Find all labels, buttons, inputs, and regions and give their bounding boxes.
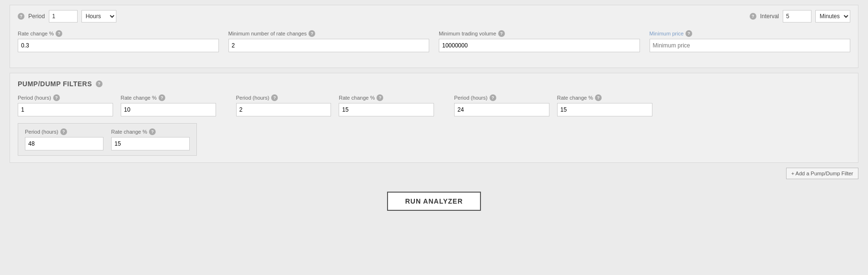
interval-unit-select[interactable]: Minutes Hours Days (815, 10, 850, 23)
min-trading-volume-input[interactable] (439, 39, 640, 52)
period-unit-select[interactable]: Hours Minutes Days (81, 10, 116, 23)
pump-period-3-input[interactable] (454, 103, 549, 116)
min-trading-volume-label-group: Minimum trading volume ? (439, 30, 640, 37)
min-price-help-icon[interactable]: ? (685, 30, 692, 37)
min-trading-volume-group: Minimum trading volume ? (439, 30, 640, 52)
pump-rate-extra-help-icon[interactable]: ? (149, 128, 156, 135)
pump-period-1-label: Period (hours) (18, 95, 51, 101)
top-row: ? Period Hours Minutes Days ? Interval M… (18, 10, 850, 23)
pump-rate-3-label-group: Rate change % ? (557, 94, 652, 101)
pump-rate-1-input[interactable] (121, 103, 216, 116)
period-help-icon[interactable]: ? (18, 13, 24, 20)
pump-row-1: Period (hours) ? Rate change % ? Period … (18, 94, 850, 116)
pump-period-extra-help-icon[interactable]: ? (60, 128, 67, 135)
period-input[interactable] (49, 10, 78, 23)
min-trading-volume-help-icon[interactable]: ? (498, 30, 505, 37)
pump-rate-extra-input[interactable] (111, 137, 190, 150)
rate-change-label: Rate change % (18, 31, 54, 36)
bottom-controls: + Add a Pump/Dump Filter (10, 168, 858, 184)
min-price-label: Minimum price (650, 31, 684, 36)
pump-dump-title-group: PUMP/DUMP FILTERS ? (18, 80, 850, 88)
pump-period-extra-label: Period (hours) (25, 129, 58, 135)
min-rate-changes-label: Minimum number of rate changes (228, 31, 307, 36)
interval-group: ? Interval Minutes Hours Days (750, 10, 850, 23)
pump-period-3-label-group: Period (hours) ? (454, 94, 549, 101)
pump-period-3-group: Period (hours) ? (454, 94, 549, 116)
min-price-input[interactable] (650, 39, 851, 52)
pump-period-2-label-group: Period (hours) ? (236, 94, 331, 101)
rate-change-help-icon[interactable]: ? (56, 30, 62, 37)
min-rate-changes-input[interactable] (228, 39, 430, 52)
pump-rate-2-help-icon[interactable]: ? (377, 94, 383, 101)
interval-input[interactable] (783, 10, 811, 23)
min-trading-volume-label: Minimum trading volume (439, 31, 496, 36)
pump-rate-2-label: Rate change % (339, 95, 375, 101)
pump-dump-help-icon[interactable]: ? (96, 80, 103, 87)
add-pump-dump-filter-button[interactable]: + Add a Pump/Dump Filter (786, 168, 858, 179)
pump-period-extra-group: Period (hours) ? (25, 128, 103, 150)
pump-dump-title: PUMP/DUMP FILTERS (18, 80, 92, 88)
pump-rate-1-label-group: Rate change % ? (121, 94, 216, 101)
pump-rate-2-input[interactable] (339, 103, 434, 116)
period-group: ? Period Hours Minutes Days (18, 10, 116, 23)
pump-rate-1-help-icon[interactable]: ? (159, 94, 165, 101)
pump-extra-section: Period (hours) ? Rate change % ? (18, 123, 197, 156)
pump-period-1-label-group: Period (hours) ? (18, 94, 113, 101)
rate-change-label-group: Rate change % ? (18, 30, 219, 37)
pump-rate-extra-label: Rate change % (111, 129, 147, 135)
pump-period-1-group: Period (hours) ? (18, 94, 113, 116)
pump-period-2-group: Period (hours) ? (236, 94, 331, 116)
pump-period-3-label: Period (hours) (454, 95, 488, 101)
pump-period-1-input[interactable] (18, 103, 113, 116)
pump-period-extra-input[interactable] (25, 137, 103, 150)
min-rate-changes-help-icon[interactable]: ? (308, 30, 315, 37)
pump-period-2-input[interactable] (236, 103, 331, 116)
bottom-section: RUN ANALYZER (10, 184, 858, 211)
filters-row: Rate change % ? Minimum number of rate c… (18, 30, 850, 52)
pump-rate-extra-label-group: Rate change % ? (111, 128, 190, 135)
pump-period-extra-label-group: Period (hours) ? (25, 128, 103, 135)
pump-rate-2-group: Rate change % ? (339, 94, 434, 116)
period-label: Period (28, 13, 45, 20)
pump-rate-extra-group: Rate change % ? (111, 128, 190, 150)
pump-rate-3-group: Rate change % ? (557, 94, 652, 116)
min-price-label-group: Minimum price ? (650, 30, 851, 37)
pump-period-1-help-icon[interactable]: ? (53, 94, 60, 101)
pump-period-2-help-icon[interactable]: ? (271, 94, 278, 101)
interval-label: Interval (760, 13, 779, 20)
rate-change-input[interactable] (18, 39, 219, 52)
interval-help-icon[interactable]: ? (750, 13, 756, 20)
pump-rate-2-label-group: Rate change % ? (339, 94, 434, 101)
page: ? Period Hours Minutes Days ? Interval M… (0, 0, 868, 275)
min-price-group: Minimum price ? (650, 30, 851, 52)
pump-rate-3-help-icon[interactable]: ? (595, 94, 602, 101)
pump-dump-section: PUMP/DUMP FILTERS ? Period (hours) ? Rat… (10, 73, 858, 163)
pump-rate-1-label: Rate change % (121, 95, 157, 101)
pump-period-2-label: Period (hours) (236, 95, 270, 101)
pump-period-3-help-icon[interactable]: ? (490, 94, 496, 101)
pump-rate-3-input[interactable] (557, 103, 652, 116)
min-rate-changes-label-group: Minimum number of rate changes ? (228, 30, 430, 37)
run-analyzer-button[interactable]: RUN ANALYZER (387, 192, 481, 211)
pump-rate-3-label: Rate change % (557, 95, 593, 101)
rate-change-group: Rate change % ? (18, 30, 219, 52)
pump-rate-1-group: Rate change % ? (121, 94, 216, 116)
top-section: ? Period Hours Minutes Days ? Interval M… (10, 5, 858, 68)
min-rate-changes-group: Minimum number of rate changes ? (228, 30, 430, 52)
